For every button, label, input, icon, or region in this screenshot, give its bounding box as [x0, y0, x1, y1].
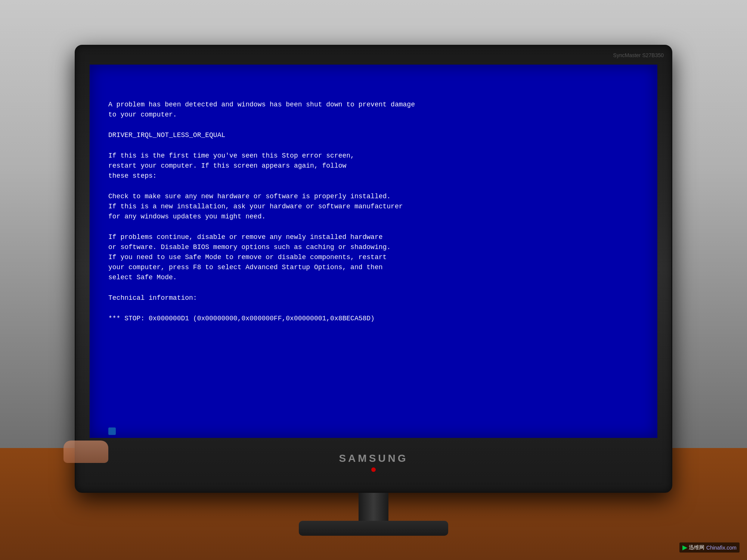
watermark-site1: 迅维网: [689, 544, 704, 551]
bsod-spacer: [108, 222, 639, 232]
power-led: [371, 467, 376, 472]
bsod-line: If problems continue, disable or remove …: [108, 232, 639, 242]
bsod-line: If this is a new installation, ask your …: [108, 202, 639, 212]
watermark-arrow-icon: ▶: [682, 544, 687, 551]
bsod-line: these steps:: [108, 171, 639, 181]
samsung-logo: SAMSUNG: [339, 452, 408, 464]
bsod-line: restart your computer. If this screen ap…: [108, 161, 639, 171]
bsod-screen: A problem has been detected and windows …: [90, 65, 657, 438]
bsod-line: A problem has been detected and windows …: [108, 100, 639, 110]
bsod-line: If this is the first time you've seen th…: [108, 151, 639, 161]
bsod-line: Technical information:: [108, 293, 639, 303]
bsod-line: select Safe Mode.: [108, 273, 639, 283]
screen-indicator-led: [108, 427, 116, 435]
monitor-stand-base: [299, 521, 448, 536]
monitor-bottom-bezel: SAMSUNG: [76, 438, 671, 486]
monitor: SyncMaster S27B350 A problem has been de…: [75, 45, 672, 493]
watermark-site2: Chinafix.com: [706, 545, 737, 551]
hand-hint: [63, 441, 108, 463]
bsod-spacer: [108, 283, 639, 293]
bsod-line: your computer, press F8 to select Advanc…: [108, 262, 639, 273]
bsod-spacer: [108, 120, 639, 130]
bsod-spacer: [108, 140, 639, 151]
monitor-stand-neck: [359, 493, 388, 523]
bsod-line: *** STOP: 0x000000D1 (0x00000000,0x00000…: [108, 314, 639, 324]
bsod-line: Check to make sure any new hardware or s…: [108, 192, 639, 202]
bsod-line: DRIVER_IRQL_NOT_LESS_OR_EQUAL: [108, 130, 639, 140]
bsod-line: to your computer.: [108, 110, 639, 120]
bsod-line: If you need to use Safe Mode to remove o…: [108, 252, 639, 262]
bsod-line: or software. Disable BIOS memory options…: [108, 242, 639, 252]
bsod-spacer: [108, 181, 639, 192]
bsod-spacer: [108, 303, 639, 314]
monitor-model-label: SyncMaster S27B350: [613, 52, 664, 58]
bsod-line: for any windows updates you might need.: [108, 212, 639, 222]
monitor-bezel-top: SyncMaster S27B350: [76, 46, 671, 65]
bsod-content: A problem has been detected and windows …: [90, 65, 657, 339]
watermark: ▶ 迅维网 Chinafix.com: [679, 542, 740, 553]
